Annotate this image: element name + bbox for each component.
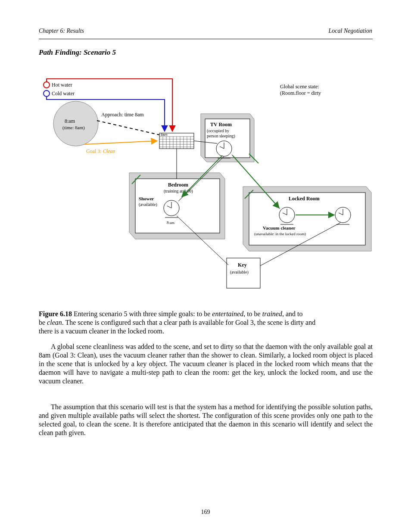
page-number: 169 bbox=[0, 509, 411, 516]
hot-label: Hot water bbox=[52, 82, 72, 88]
svg-text:Goal 3:  Clean: Goal 3: Clean bbox=[86, 148, 115, 154]
goal-orange-label-1: Goal 3: bbox=[86, 148, 103, 154]
key-title: Key bbox=[238, 262, 247, 268]
scenario-diagram: Hot water Cold water 8:am (time: 8am) bbox=[39, 62, 373, 310]
clock-behind: (time: 8am) bbox=[62, 125, 85, 131]
cold-label: Cold water bbox=[52, 90, 75, 96]
caption-fig-num: Figure 6.18 bbox=[39, 310, 72, 317]
vacuum-title: Vacuum cleaner bbox=[263, 225, 296, 230]
shower-title: Shower bbox=[139, 196, 154, 201]
caption-text-2b: . The scene is configured such that a cl… bbox=[62, 319, 315, 326]
calendar-start-time: 8am bbox=[161, 133, 168, 137]
cold-marker-icon bbox=[44, 90, 50, 96]
caption-text-1i: entertained bbox=[212, 310, 243, 317]
global-state-2: (Room.floor = dirty bbox=[280, 90, 321, 96]
tv-room-box: TV Room (occupied by person sleeping) bbox=[201, 114, 258, 163]
section-heading: Path Finding: Scenario 5 bbox=[39, 48, 116, 57]
global-state-1: Global scene state: bbox=[280, 84, 319, 90]
calendar-icon: 8am bbox=[159, 133, 194, 149]
tv-room-label: TV Room bbox=[210, 121, 232, 128]
caption-text-2i: clean bbox=[47, 319, 62, 326]
header-left: Chapter 6: Results bbox=[39, 28, 84, 34]
shower-state: (available) bbox=[139, 202, 157, 207]
goal-orange-arrow bbox=[84, 141, 157, 144]
body-para-1-text: A global scene cleanliness was added to … bbox=[39, 343, 373, 385]
header-right: Local Negotiation bbox=[329, 28, 373, 34]
approach-line bbox=[97, 121, 159, 135]
locked-room-box: Locked Room Vacuum cleaner (unavailable:… bbox=[243, 187, 371, 251]
bedroom-clock-time: 8:am bbox=[167, 221, 174, 225]
tv-occupied-2: person sleeping) bbox=[207, 134, 235, 139]
figure-caption-line-3: there is a vacuum cleaner in the locked … bbox=[39, 327, 373, 335]
figure-caption-line-2: be clean. The scene is configured such t… bbox=[39, 319, 373, 327]
key-box: Key (available) bbox=[227, 258, 260, 288]
figure-caption-line-1: Figure 6.18 Entering scenario 5 with thr… bbox=[39, 310, 373, 318]
bedroom-box: Bedroom (training at 8:00) 8:am Shower (… bbox=[129, 173, 225, 239]
vacuum-state: (unavailable: in the locked room) bbox=[254, 232, 306, 236]
clock-icon bbox=[53, 101, 98, 146]
approach-label: Approach: time 8am bbox=[101, 112, 144, 118]
caption-text-1c: , to be bbox=[243, 310, 262, 317]
body-para-2: The assumption that this scenario will t… bbox=[39, 403, 373, 437]
caption-text-1i2: trained bbox=[262, 310, 282, 317]
key-state: (available) bbox=[230, 270, 249, 275]
goal-orange-label-2: Clean bbox=[103, 148, 115, 154]
clock-time: 8:am bbox=[65, 118, 75, 124]
body-para-2-text: The assumption that this scenario will t… bbox=[39, 403, 373, 436]
hot-marker-icon bbox=[44, 82, 50, 88]
caption-text-2a: be bbox=[39, 319, 47, 326]
tv-occupied-1: (occupied by bbox=[207, 128, 229, 134]
bedroom-label: Bedroom bbox=[168, 182, 188, 188]
caption-text-1d: , and to bbox=[282, 310, 303, 317]
body-para-1: A global scene cleanliness was added to … bbox=[39, 342, 373, 386]
header-underline bbox=[39, 39, 373, 39]
caption-text-1b: Entering scenario 5 with three simple go… bbox=[72, 310, 212, 317]
locked-room-label: Locked Room bbox=[289, 196, 320, 202]
caption-text-3: there is a vacuum cleaner in the locked … bbox=[39, 327, 164, 335]
